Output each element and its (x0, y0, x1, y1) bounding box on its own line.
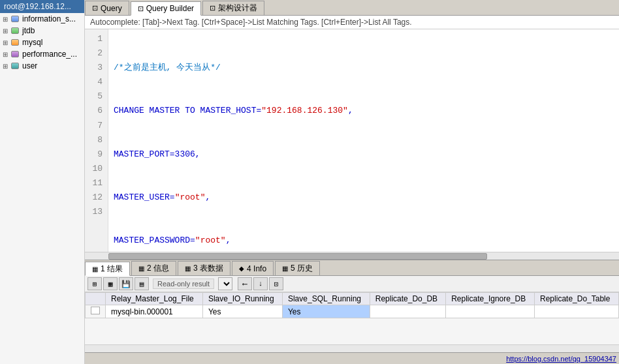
query-tab-icon: ⊡ (92, 4, 98, 12)
db-icon (10, 26, 20, 35)
tab-query-builder[interactable]: ⊡ Query Builder (131, 1, 201, 16)
result-tab-2[interactable]: ▦ 2 信息 (131, 261, 176, 275)
status-bar: https://blog.csdn.net/qq_15904347 (85, 352, 619, 364)
toolbar-btn-7[interactable]: ⊡ (269, 277, 283, 290)
col-header-slave-sql-running: Slave_SQL_Running (282, 293, 370, 305)
sidebar-item-label: performance_... (22, 50, 77, 59)
autocomplete-hint: Autocomplete: [Tab]->Next Tag. [Ctrl+Spa… (85, 16, 619, 29)
hscrollbar-thumb[interactable] (108, 253, 487, 260)
result-hscrollbar[interactable] (85, 344, 619, 352)
line-num-10: 10 (90, 162, 103, 176)
tab-architect-label: 架构设计器 (218, 3, 257, 14)
row-checkbox-icon[interactable] (91, 307, 100, 314)
result-table: Relay_Master_Log_File Slave_IO_Running S… (85, 292, 619, 318)
sidebar-item-label: mysql (22, 38, 42, 47)
sidebar-item-mysql[interactable]: ⊞ mysql (0, 37, 84, 48)
col-header-checkbox (86, 293, 106, 305)
cell-replicate-do-db (370, 305, 445, 318)
row-icon-cell (86, 305, 106, 318)
result-tab-3[interactable]: ▦ 3 表数据 (178, 261, 230, 275)
result-tab-3-icon: ▦ (185, 265, 191, 272)
line-num-8: 8 (90, 133, 103, 147)
expand-icon: ⊞ (3, 63, 9, 70)
code-line-1: /*之前是主机, 今天当从*/ (114, 61, 614, 75)
cell-replicate-ignore-db (446, 305, 535, 318)
line-num-9: 9 (90, 147, 103, 162)
line-num-2: 2 (90, 46, 103, 61)
toolbar-btn-2[interactable]: ▦ (103, 277, 118, 290)
db-icon (10, 14, 20, 23)
db-icon (10, 38, 20, 47)
line-num-5: 5 (90, 89, 103, 104)
result-tab-1-icon: ▦ (92, 265, 98, 273)
expand-icon: ⊞ (3, 16, 9, 23)
sidebar-item-label: information_s... (22, 14, 76, 23)
result-toolbar: ⊞ ▦ 💾 ▤ Read-only result ⟵ ↓ ⊡ (85, 276, 619, 292)
table-header-row: Relay_Master_Log_File Slave_IO_Running S… (86, 293, 619, 305)
code-line-3: MASTER_PORT=3306, (114, 147, 614, 162)
line-num-13: 13 (90, 205, 103, 219)
line-num-3: 3 (90, 61, 103, 75)
code-area[interactable]: /*之前是主机, 今天当从*/ CHANGE MASTER TO MASTER_… (108, 29, 619, 252)
cell-slave-io-running: Yes (202, 305, 282, 318)
sidebar-item-user[interactable]: ⊞ user (0, 60, 84, 72)
code-line-5: MASTER_PASSWORD="root", (114, 234, 614, 248)
readonly-dropdown[interactable] (218, 277, 232, 290)
result-tab-4[interactable]: ◆ 4 Info (232, 261, 274, 275)
readonly-badge: Read-only result (153, 279, 214, 289)
expand-icon: ⊞ (3, 51, 9, 58)
result-tab-5-label: 5 历史 (291, 263, 313, 274)
toolbar-btn-3[interactable]: 💾 (119, 277, 133, 290)
query-builder-tab-icon: ⊡ (138, 5, 144, 13)
sidebar-item-information[interactable]: ⊞ information_s... (0, 13, 84, 25)
sidebar-item-label: jtdb (22, 26, 35, 35)
result-table-container[interactable]: Relay_Master_Log_File Slave_IO_Running S… (85, 292, 619, 344)
db-icon (10, 61, 20, 70)
sidebar-header: root@192.168.12... (0, 0, 84, 13)
editor-hscrollbar[interactable] (85, 252, 619, 260)
cell-relay-master-log-file: mysql-bin.000001 (106, 305, 203, 318)
result-tab-2-icon: ▦ (138, 265, 144, 272)
line-numbers: 1 2 3 4 5 6 7 8 9 10 11 12 13 (85, 29, 108, 252)
result-tab-2-label: 2 信息 (147, 263, 169, 274)
tab-bar: ⊡ Query ⊡ Query Builder ⊡ 架构设计器 (85, 0, 619, 16)
col-header-relay-master-log-file: Relay_Master_Log_File (106, 293, 203, 305)
tab-query-builder-label: Query Builder (146, 4, 194, 13)
code-editor[interactable]: 1 2 3 4 5 6 7 8 9 10 11 12 13 /*之前是主机, 今… (85, 29, 619, 252)
result-tab-4-label: 4 Info (247, 264, 266, 273)
line-num-1: 1 (90, 32, 103, 46)
sidebar-item-performance[interactable]: ⊞ performance_... (0, 48, 84, 60)
expand-icon: ⊞ (3, 27, 9, 35)
line-num-7: 7 (90, 119, 103, 133)
result-tab-4-icon: ◆ (239, 265, 244, 272)
cell-replicate-do-table (535, 305, 619, 318)
sidebar-item-jtdb[interactable]: ⊞ jtdb (0, 25, 84, 37)
cell-slave-sql-running: Yes (282, 305, 370, 318)
status-url[interactable]: https://blog.csdn.net/qq_15904347 (506, 355, 616, 363)
result-tab-1-label: 1 结果 (101, 264, 123, 275)
toolbar-btn-5[interactable]: ⟵ (238, 277, 252, 290)
tab-query-label: Query (101, 4, 122, 13)
tab-architect[interactable]: ⊡ 架构设计器 (202, 1, 264, 15)
main-area: ⊡ Query ⊡ Query Builder ⊡ 架构设计器 Autocomp… (85, 0, 619, 364)
col-header-replicate-ignore-db: Replicate_Ignore_DB (446, 293, 535, 305)
result-tabs: ▦ 1 结果 ▦ 2 信息 ▦ 3 表数据 ◆ 4 Info ▦ 5 历史 (85, 260, 619, 276)
code-line-4: MASTER_USER="root", (114, 190, 614, 205)
line-num-12: 12 (90, 190, 103, 205)
col-header-replicate-do-table: Replicate_Do_Table (535, 293, 619, 305)
result-tab-5-icon: ▦ (282, 265, 288, 272)
col-header-slave-io-running: Slave_IO_Running (202, 293, 282, 305)
bottom-panel: ▦ 1 结果 ▦ 2 信息 ▦ 3 表数据 ◆ 4 Info ▦ 5 历史 ⊞ (85, 260, 619, 364)
sidebar-item-label: user (22, 61, 37, 70)
toolbar-btn-4[interactable]: ▤ (135, 277, 149, 290)
tab-query[interactable]: ⊡ Query (85, 1, 129, 15)
result-tab-1[interactable]: ▦ 1 结果 (85, 262, 130, 276)
toolbar-btn-6[interactable]: ↓ (253, 277, 268, 290)
architect-tab-icon: ⊡ (210, 4, 215, 12)
result-tab-3-label: 3 表数据 (193, 263, 223, 274)
result-tab-5[interactable]: ▦ 5 历史 (275, 261, 320, 275)
line-num-11: 11 (90, 176, 103, 190)
db-icon (10, 50, 20, 59)
table-row: mysql-bin.000001 Yes Yes (86, 305, 619, 318)
toolbar-btn-1[interactable]: ⊞ (87, 277, 102, 290)
